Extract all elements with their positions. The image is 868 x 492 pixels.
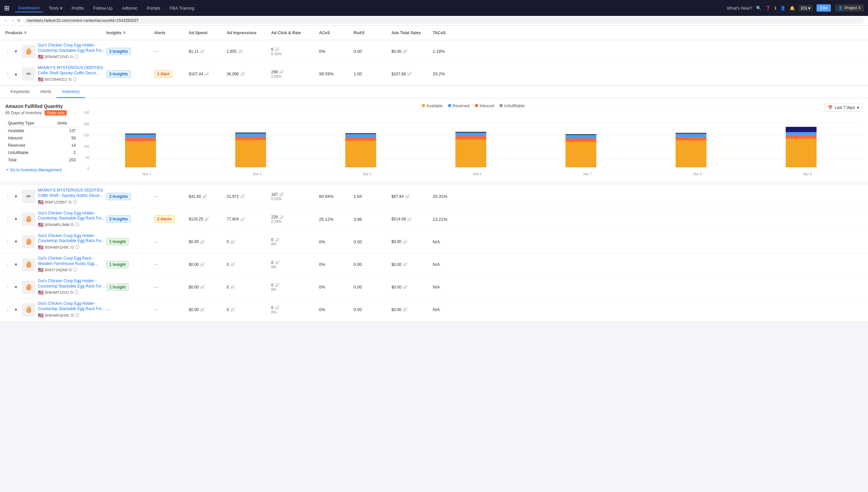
app-logo[interactable]: ⊞ bbox=[4, 4, 10, 12]
insights-badge-1[interactable]: 2 Insights bbox=[106, 48, 153, 55]
info-icon-g2-2[interactable]: ⓘ bbox=[75, 222, 79, 228]
search-icon[interactable]: 🔍 bbox=[756, 6, 761, 10]
alerts-g2-2[interactable]: 2 Alerts bbox=[154, 216, 187, 223]
trend-spend-g2-4[interactable]: 📈 bbox=[200, 262, 205, 267]
expand-btn-g2-2[interactable]: ▼ bbox=[14, 217, 18, 221]
expand-btn-g2-5[interactable]: ▼ bbox=[14, 285, 18, 290]
trend-spend-g2-5[interactable]: 📈 bbox=[200, 285, 205, 289]
tab-keywords[interactable]: Keywords bbox=[5, 85, 35, 98]
whats-new-link[interactable]: What's New? bbox=[727, 6, 752, 10]
product-name-g2-4[interactable]: Gui's Chicken Coop Egg Rack - Wooden Far… bbox=[38, 256, 105, 266]
product-name-2[interactable]: MANNY'S MYSTERIOUS ODDITIES Coffin Shelf… bbox=[38, 66, 105, 76]
col-impressions[interactable]: Ad Impressions bbox=[227, 30, 270, 35]
product-name-1[interactable]: Gui's Chicken Coop Egg Holder - Countert… bbox=[38, 43, 105, 53]
col-roas[interactable]: RoAS bbox=[354, 30, 390, 35]
insights-g2-5[interactable]: 1 Insight bbox=[106, 284, 153, 291]
trend-total-g2-6[interactable]: 📈 bbox=[403, 308, 407, 312]
user-icon[interactable]: 👤 bbox=[780, 6, 785, 10]
trend-total-g2-1[interactable]: 📈 bbox=[405, 194, 410, 199]
col-adspend[interactable]: Ad Spend bbox=[189, 30, 225, 35]
insights-g2-3[interactable]: 1 Insight bbox=[106, 238, 153, 245]
trend-total-g2-4[interactable]: 📈 bbox=[403, 262, 407, 267]
info-icon-g2-1[interactable]: ⓘ bbox=[73, 199, 77, 205]
insights-g2-1[interactable]: 2 Insights bbox=[106, 193, 153, 200]
copy-icon-g2-1[interactable]: ⧉ bbox=[68, 199, 71, 205]
refresh-btn[interactable]: ↻ bbox=[17, 18, 21, 23]
product-name-g2-6[interactable]: Gui's Chicken Coop Egg Holder - Countert… bbox=[38, 301, 105, 312]
copy-icon-g2-3[interactable]: ⧉ bbox=[71, 245, 74, 250]
tab-alerts[interactable]: Alerts bbox=[35, 85, 56, 98]
copy-icon-g2-4[interactable]: ⧉ bbox=[69, 267, 72, 273]
trend-icon-click-2[interactable]: 📈 bbox=[279, 70, 284, 74]
copy-icon-1[interactable]: ⧉ bbox=[70, 54, 73, 59]
forward-btn[interactable]: → bbox=[10, 18, 15, 23]
trend-click-g2-1[interactable]: 📈 bbox=[279, 192, 284, 197]
trend-imp-g2-5[interactable]: 📈 bbox=[230, 285, 235, 289]
nav-adtomic[interactable]: Adtomic bbox=[119, 4, 141, 12]
date-filter[interactable]: 📅 Last 7 days ▾ bbox=[824, 104, 863, 112]
trend-click-g2-2[interactable]: 📈 bbox=[279, 215, 284, 219]
trend-icon-imp-1[interactable]: 📈 bbox=[238, 49, 242, 53]
elite-button[interactable]: Elite bbox=[817, 4, 831, 11]
trend-icon-total-2[interactable]: 📈 bbox=[407, 72, 412, 76]
trend-spend-g2-6[interactable]: 📈 bbox=[200, 308, 205, 312]
trend-total-g2-5[interactable]: 📈 bbox=[403, 285, 407, 289]
product-name-g2-1[interactable]: MANNY'S MYSTERIOUS ODDITIES Coffin Shelf… bbox=[38, 188, 105, 198]
help-icon[interactable]: ❓ bbox=[765, 6, 771, 10]
language-selector[interactable]: EN ▾ bbox=[799, 5, 813, 11]
info-icon[interactable]: ℹ bbox=[775, 6, 776, 10]
col-alerts[interactable]: Alerts bbox=[154, 30, 187, 35]
back-btn[interactable]: ← bbox=[4, 18, 8, 23]
expand-button-1[interactable]: ▼ bbox=[14, 49, 18, 54]
product-name-g2-2[interactable]: Gui's Chicken Coop Egg Holder - Countert… bbox=[38, 211, 105, 221]
drag-handle[interactable]: ⋮ bbox=[5, 49, 10, 54]
trend-click-g2-5[interactable]: 📈 bbox=[275, 283, 280, 287]
insights-badge-2[interactable]: 2 Insights bbox=[106, 70, 153, 78]
product-name-g2-3[interactable]: Gui's Chicken Coop Egg Holder - Countert… bbox=[38, 233, 105, 244]
trend-click-g2-6[interactable]: 📈 bbox=[275, 305, 280, 310]
copy-icon-g2-5[interactable]: ⧉ bbox=[70, 290, 73, 295]
trend-icon-total-1[interactable]: 📈 bbox=[403, 49, 407, 53]
nav-followup[interactable]: Follow-Up bbox=[90, 4, 116, 12]
trend-click-g2-3[interactable]: 📈 bbox=[275, 238, 280, 242]
nav-portals[interactable]: Portals bbox=[144, 4, 164, 12]
copy-icon-g2-2[interactable]: ⧉ bbox=[71, 222, 74, 227]
drag-handle-g2-3[interactable]: ⋮ bbox=[5, 239, 10, 244]
info-icon-g2-4[interactable]: ⓘ bbox=[73, 267, 77, 273]
trend-icon-spend-1[interactable]: 📈 bbox=[200, 49, 205, 53]
trend-click-g2-4[interactable]: 📈 bbox=[275, 260, 280, 265]
trend-spend-g2-1[interactable]: 📈 bbox=[203, 194, 207, 199]
expand-btn-g2-1[interactable]: ▼ bbox=[14, 194, 18, 199]
expand-btn-g2-6[interactable]: ▼ bbox=[14, 308, 18, 312]
trend-total-g2-2[interactable]: 📈 bbox=[407, 217, 412, 221]
tab-inventory[interactable]: Inventory bbox=[56, 85, 85, 98]
drag-handle-g2-2[interactable]: ⋮ bbox=[5, 217, 10, 222]
trend-imp-g2-4[interactable]: 📈 bbox=[230, 262, 235, 267]
drag-handle-g2-4[interactable]: ⋮ bbox=[5, 262, 10, 267]
expand-button-2[interactable]: ▲ bbox=[14, 72, 18, 76]
col-insights[interactable]: Insights ⇅ bbox=[106, 30, 153, 35]
nav-fba-training[interactable]: FBA Training bbox=[166, 4, 197, 12]
order-now-button[interactable]: Order now bbox=[45, 110, 67, 116]
trend-imp-g2-2[interactable]: 📈 bbox=[240, 217, 245, 221]
col-acos[interactable]: ACoS bbox=[319, 30, 352, 35]
info-icon-g2-6[interactable]: ⓘ bbox=[75, 312, 79, 318]
trend-icon-spend-2[interactable]: 📈 bbox=[204, 72, 209, 76]
drag-handle-g2-1[interactable]: ⋮ bbox=[5, 194, 10, 199]
user-badge[interactable]: 👤 Project X bbox=[835, 4, 864, 11]
col-totalsales[interactable]: Ads Total Sales bbox=[392, 30, 431, 35]
info-icon-g2-5[interactable]: ⓘ bbox=[74, 290, 79, 295]
copy-icon-g2-6[interactable]: ⧉ bbox=[71, 313, 74, 318]
trend-total-g2-3[interactable]: 📈 bbox=[403, 240, 407, 244]
alerts-badge-2[interactable]: 1 Alert bbox=[154, 70, 187, 78]
nav-profits[interactable]: Profits bbox=[68, 4, 87, 12]
nav-tools[interactable]: Tools ▾ bbox=[46, 4, 66, 12]
drag-handle-2[interactable]: ⋮ bbox=[5, 71, 10, 77]
drag-handle-g2-6[interactable]: ⋮ bbox=[5, 307, 10, 312]
product-name-g2-5[interactable]: Gui's Chicken Coop Egg Holder - Countert… bbox=[38, 278, 105, 289]
notifications-icon[interactable]: 🔔 bbox=[790, 6, 795, 10]
nav-dashboard[interactable]: Dashboard bbox=[15, 4, 43, 12]
info-icon-g2-3[interactable]: ⓘ bbox=[75, 244, 79, 250]
trend-imp-g2-6[interactable]: 📈 bbox=[230, 308, 235, 312]
goto-inventory-link[interactable]: ↗ Go to Inventory Management bbox=[5, 168, 62, 172]
